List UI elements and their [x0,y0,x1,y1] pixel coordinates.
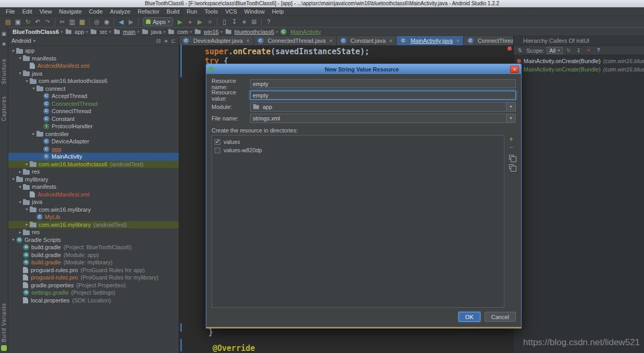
hide-panel-icon[interactable]: ⊏ [171,38,176,44]
menu-help[interactable]: Help [268,8,288,15]
chevron-expanded-icon[interactable]: ▾ [17,185,23,189]
chevron-expanded-icon[interactable]: ▾ [24,207,30,212]
menu-build[interactable]: Build [163,8,183,15]
module-select[interactable]: app ▾ [250,102,516,112]
cut-icon[interactable]: ✂ [57,17,67,27]
tree-item-settings-gradle[interactable]: Gsettings.gradle(Project Settings) [8,289,179,297]
tree-item-mylibrary[interactable]: ▾mylibrary [8,176,179,184]
chevron-collapsed-icon[interactable]: ▸ [24,162,30,166]
redo-icon[interactable]: ↷ [43,17,53,27]
forward-icon[interactable]: ▶ [126,17,136,27]
tree-item-gradle-properties[interactable]: gradle.properties(Project Properties) [8,282,179,289]
run-icon[interactable]: ▶ [175,17,185,27]
breadcrumb-com[interactable]: com [168,29,188,35]
tree-item-app[interactable]: ▾app [8,47,179,55]
menu-analyze[interactable]: Analyze [106,8,134,15]
tree-item-com-win16-mylibrary[interactable]: ▾com.win16.mylibrary [8,206,179,214]
tree-item-local-properties[interactable]: local.properties(SDK Location) [8,297,179,305]
tree-item-ggg[interactable]: Cggg [8,145,179,153]
close-icon[interactable]: × [585,47,592,53]
breadcrumb-app[interactable]: app [65,29,84,35]
scope-select[interactable]: All ▾ [547,47,562,54]
tree-item-proguard-rules-pro[interactable]: proguard-rules.pro(ProGuard Rules for my… [8,274,179,282]
tab-connectedthread-java[interactable]: CConnectedThread.java× [254,36,337,45]
tree-item-java[interactable]: ▾java [8,70,179,78]
close-icon[interactable]: × [510,66,519,73]
tree-item-controller[interactable]: ▸controller [8,130,179,138]
chevron-expanded-icon[interactable]: ▾ [10,48,16,53]
close-icon[interactable]: × [246,38,250,44]
resource-value-input[interactable] [250,91,516,100]
close-icon[interactable]: × [329,38,332,44]
sort-icon[interactable]: ⇅ [516,47,524,53]
chevron-expanded-icon[interactable]: ▾ [31,86,36,91]
tool-button-captures[interactable]: Captures [1,96,7,121]
tree-item-res[interactable]: ▸res [8,168,179,176]
close-icon[interactable]: × [389,38,392,44]
chevron-expanded-icon[interactable]: ▾ [17,200,23,204]
avd-manager-icon[interactable]: ▯ [219,17,229,27]
breadcrumb-java[interactable]: java [142,29,162,35]
menu-tools[interactable]: Tools [201,8,221,15]
chevron-down-icon[interactable]: ▾ [506,103,515,111]
sdk-manager-icon[interactable]: ↧ [229,17,239,27]
tree-item-connectedthread[interactable]: CConnectedThread [8,100,179,108]
chevron-expanded-icon[interactable]: ▾ [17,71,23,76]
hierarchy-item[interactable]: MainActivity.onCreate(Bundle)(com.win16.… [514,57,644,65]
breadcrumb-win16[interactable]: win16 [194,29,219,35]
tool-button-structure[interactable]: Structure [1,58,7,84]
help-icon[interactable]: ? [264,17,274,27]
coverage-icon[interactable]: ▶ [195,17,205,27]
tree-item-com-win16-bluetoothclass6[interactable]: ▾com.win16.bluetoothclass6 [8,77,179,85]
checkbox[interactable] [215,148,220,153]
chevron-expanded-icon[interactable]: ▾ [24,79,30,83]
tree-item-manifests[interactable]: ▾manifests [8,183,179,191]
project-structure-icon[interactable]: ⊞ [249,17,259,27]
tree-item-androidmanifest-xml[interactable]: AndroidManifest.xml [8,191,179,199]
menu-vcs[interactable]: VCS [221,8,241,15]
tree-item-androidmanifest-xml[interactable]: AndroidManifest.xml [8,62,179,70]
hierarchy-item[interactable]: MainActivity.onCreate(Bundle)(com.win16.… [514,65,644,74]
tree-item-manifests[interactable]: ▾manifests [8,55,179,63]
help-icon[interactable]: ? [595,47,602,53]
tree-item-protocolhandler[interactable]: IProtocolHandler [8,123,179,130]
tree-item-deviceadapter[interactable]: CDeviceAdapter [8,138,179,145]
checkbox[interactable] [215,139,220,145]
chevron-collapsed-icon[interactable]: ▸ [17,169,23,174]
tree-item-proguard-rules-pro[interactable]: proguard-rules.pro(ProGuard Rules for ap… [8,266,179,274]
tree-item-build-gradle[interactable]: Gbuild.gradle(Module: app) [8,251,179,259]
chevron-collapsed-icon[interactable]: ▸ [24,222,30,227]
chevron-down-icon[interactable]: ▾ [506,114,515,123]
settings-icon[interactable]: ∗ [164,38,168,44]
copy-icon[interactable]: ▥ [67,17,77,27]
menu-code[interactable]: Code [85,8,106,15]
tab-deviceadapter-java[interactable]: CDeviceAdapter.java× [179,36,254,45]
directory-item-values[interactable]: values [215,138,501,146]
menu-file[interactable]: File [2,8,19,15]
tree-item-build-gradle[interactable]: Gbuild.gradle(Project: BlueToothClass6) [8,244,179,251]
save-all-icon[interactable]: ▣ [13,17,23,27]
breadcrumb-src[interactable]: src [90,29,107,35]
add-icon[interactable]: + [509,136,513,142]
android-monitor-icon[interactable] [1,345,7,351]
synchronize-icon[interactable]: ↻ [23,17,33,27]
tree-item-gradle-scripts[interactable]: ▾GGradle Scripts [8,236,179,244]
breadcrumb-bluetoothclass6[interactable]: BlueToothClass6 [13,29,59,35]
remove-icon[interactable]: − [509,145,513,150]
tree-item-acceptthread[interactable]: CAcceptThread [8,92,179,100]
export-icon[interactable]: ↧ [575,47,583,53]
tree-item-com-win16-mylibrary[interactable]: ▸com.win16.mylibrary(androidTest) [8,221,179,229]
run-configuration-select[interactable]: Apps ▾ [143,17,173,26]
menu-edit[interactable]: Edit [19,8,36,15]
open-icon[interactable]: ▤ [3,17,13,27]
stop-icon[interactable]: ■ [205,17,215,27]
tree-item-res[interactable]: ▸res [8,228,179,236]
file-name-select[interactable]: strings.xml ▾ [250,114,516,123]
tree-item-com-win16-bluetoothclass6[interactable]: ▸com.win16.bluetoothclass6(androidTest) [8,161,179,168]
chevron-expanded-icon[interactable]: ▾ [10,237,16,242]
tab-mainactivity-java[interactable]: CMainActivity.java× [397,36,464,45]
tree-item-mylib[interactable]: CMyLib [8,213,179,221]
copy-icon[interactable] [509,155,514,160]
settings-icon[interactable]: ∗ [239,17,249,27]
menu-navigate[interactable]: Navigate [55,8,85,15]
